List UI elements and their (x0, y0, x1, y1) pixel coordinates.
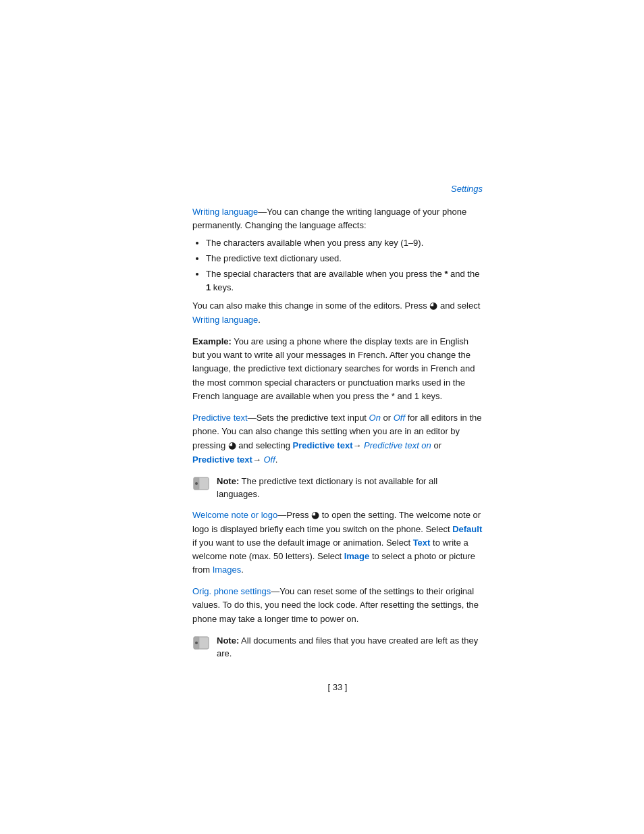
svg-point-5 (195, 642, 198, 644)
writing-language-para: Writing language—You can change the writ… (192, 205, 483, 232)
bullet-item-1: The characters available when you press … (206, 236, 483, 250)
bullet-item-3: The special characters that are availabl… (206, 267, 483, 294)
bullet-item-2: The predictive text dictionary used. (206, 252, 483, 265)
writing-language-section: Writing language—You can change the writ… (192, 205, 483, 328)
note-content-2: All documents and files that you have cr… (217, 635, 478, 659)
also-and-select: and select (437, 301, 480, 311)
page-header: Settings (192, 182, 483, 196)
example-para: Example: You are using a phone where the… (192, 335, 483, 403)
welcome-note-para: Welcome note or logo—Press ◕ to open the… (192, 508, 483, 577)
predictive-text-bold-link-1[interactable]: Predictive text (293, 440, 353, 450)
orig-settings-section: Orig. phone settings—You can reset some … (192, 585, 483, 625)
content-area: Settings Writing language—You can change… (192, 182, 483, 694)
page-number: [ 33 ] (192, 681, 483, 694)
writing-language-also: You can also make this change in some of… (192, 298, 483, 327)
predictive-text-link[interactable]: Predictive text (192, 413, 248, 423)
note-label-1: Note: (217, 476, 239, 486)
menu-icon-3: ◕ (311, 509, 319, 520)
example-text: You are using a phone where the display … (192, 336, 475, 401)
note-label-2: Note: (217, 635, 239, 646)
images-link[interactable]: Images (213, 565, 242, 575)
menu-icon-1: ◕ (429, 300, 437, 311)
off-link-2[interactable]: Off (264, 454, 275, 465)
also-text: You can also make this change in some of… (192, 301, 429, 311)
orig-settings-link[interactable]: Orig. phone settings (192, 586, 271, 596)
writing-language-link[interactable]: Writing language (192, 207, 258, 217)
off-link-1[interactable]: Off (394, 413, 405, 423)
note-text-1: Note: The predictive text dictionary is … (217, 475, 483, 501)
writing-language-bullets: The characters available when you press … (206, 236, 483, 295)
writing-language-link-2[interactable]: Writing language (192, 315, 258, 325)
predictive-text-para: Predictive text—Sets the predictive text… (192, 411, 483, 467)
page-number-text: [ 33 ] (328, 682, 348, 692)
on-link[interactable]: On (369, 413, 381, 423)
welcome-note-section: Welcome note or logo—Press ◕ to open the… (192, 508, 483, 577)
note-icon-2 (192, 635, 211, 651)
note-box-1: Note: The predictive text dictionary is … (192, 475, 483, 501)
default-link[interactable]: Default (452, 524, 482, 534)
menu-icon-2: ◕ (228, 440, 236, 450)
orig-settings-para: Orig. phone settings—You can reset some … (192, 585, 483, 625)
page-title: Settings (451, 184, 483, 194)
image-link[interactable]: Image (344, 551, 370, 561)
predictive-text-section: Predictive text—Sets the predictive text… (192, 411, 483, 467)
page-container: Settings Writing language—You can change… (0, 0, 644, 834)
note-box-2: Note: All documents and files that you h… (192, 634, 483, 660)
predictive-text-bold-link-2[interactable]: Predictive text (192, 454, 252, 465)
predictive-text-on-link[interactable]: Predictive text on (364, 440, 431, 450)
example-label: Example: (192, 336, 232, 346)
note-text-2: Note: All documents and files that you h… (217, 634, 483, 660)
example-section: Example: You are using a phone where the… (192, 335, 483, 403)
text-link[interactable]: Text (413, 538, 431, 548)
welcome-note-link[interactable]: Welcome note or logo (192, 510, 277, 520)
note-icon-1 (192, 475, 211, 492)
welcome-intro: —Press (277, 510, 311, 520)
svg-point-2 (195, 482, 198, 485)
note-content-1: The predictive text dictionary is not av… (217, 476, 437, 500)
